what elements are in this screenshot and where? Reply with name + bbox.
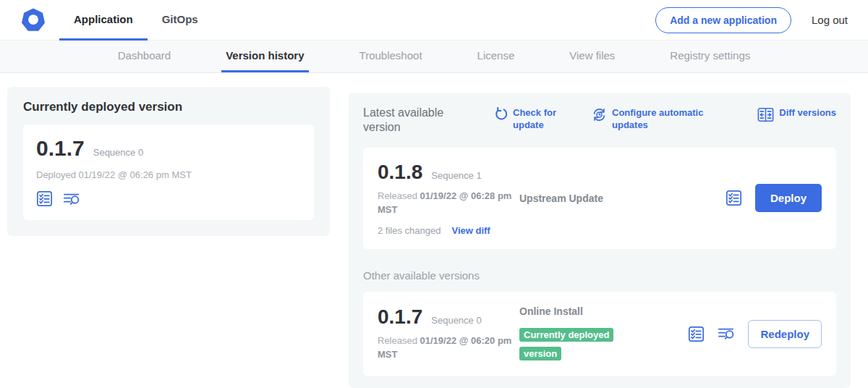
currently-deployed-card: Currently deployed version 0.1.7 Sequenc… <box>7 87 330 236</box>
other-released-timestamp: Released 01/19/22 @ 06:20 pm MST <box>378 334 512 362</box>
version-row-latest: 0.1.8 Sequence 1 Released 01/19/22 @ 06:… <box>363 148 836 249</box>
check-for-update-link[interactable]: Check for update <box>493 107 561 132</box>
tab-gitops[interactable]: GitOps <box>148 0 213 41</box>
subnav-tab-version-history[interactable]: Version history <box>221 41 308 72</box>
configure-automatic-updates-link[interactable]: Configure automatic updates <box>592 107 706 132</box>
view-logs-icon[interactable] <box>63 191 80 207</box>
app-subnav: Dashboard Version history Troubleshoot L… <box>0 41 868 73</box>
version-row-other: 0.1.7 Sequence 0 Released 01/19/22 @ 06:… <box>363 292 836 376</box>
tab-application[interactable]: Application <box>59 0 148 41</box>
view-logs-icon[interactable] <box>718 326 735 342</box>
subnav-tab-license[interactable]: License <box>473 41 519 72</box>
kots-admin-console: Application GitOps Add a new application… <box>0 0 868 388</box>
subnav-tab-registry-settings[interactable]: Registry settings <box>665 41 754 72</box>
latest-source-label: Upstream Update <box>519 193 603 204</box>
subnav-tab-troubleshoot[interactable]: Troubleshoot <box>355 41 427 72</box>
auto-update-clock-icon <box>592 107 607 122</box>
diff-versions-icon <box>757 107 774 122</box>
preflight-checklist-icon[interactable] <box>36 190 53 207</box>
files-changed-label: 2 files changed <box>378 225 441 236</box>
check-update-refresh-icon <box>493 107 508 122</box>
preflight-checklist-icon[interactable] <box>688 326 705 342</box>
other-versions-title: Other available versions <box>363 269 836 282</box>
view-diff-link[interactable]: View diff <box>451 225 490 236</box>
latest-released-timestamp: Released 01/19/22 @ 06:28 pm MST <box>378 190 512 217</box>
subnav-tab-dashboard[interactable]: Dashboard <box>114 41 175 72</box>
top-navbar: Application GitOps Add a new application… <box>0 0 868 41</box>
current-sequence-label: Sequence 0 <box>93 147 143 158</box>
logout-link[interactable]: Log out <box>812 14 848 26</box>
latest-version-number: 0.1.8 <box>378 161 422 184</box>
deploy-button[interactable]: Deploy <box>755 184 822 212</box>
topnav-right: Add a new application Log out <box>655 7 848 33</box>
subnav-tab-view-files[interactable]: View files <box>565 41 619 72</box>
current-version-detail: 0.1.7 Sequence 0 Deployed 01/19/22 @ 06:… <box>23 125 314 220</box>
available-versions-panel: Latest available version Check for updat… <box>349 93 851 388</box>
preflight-checklist-icon[interactable] <box>726 190 742 206</box>
currently-deployed-title: Currently deployed version <box>23 100 314 114</box>
other-source-label: Online Install <box>519 305 583 317</box>
other-sequence-label: Sequence 0 <box>431 315 481 326</box>
add-application-button[interactable]: Add a new application <box>655 7 791 33</box>
other-version-number: 0.1.7 <box>378 305 422 329</box>
currently-deployed-badge: Currently deployed version <box>519 328 613 360</box>
current-version-number: 0.1.7 <box>36 136 85 161</box>
redeploy-button[interactable]: Redeploy <box>748 320 822 348</box>
latest-available-title: Latest available version <box>363 106 464 135</box>
deployed-timestamp: Deployed 01/19/22 @ 06:26 pm MST <box>36 169 301 180</box>
latest-sequence-label: Sequence 1 <box>431 170 481 181</box>
app-logo-icon <box>20 7 46 33</box>
diff-versions-link[interactable]: Diff versions <box>757 107 836 122</box>
topnav-tabs: Application GitOps <box>59 0 213 41</box>
